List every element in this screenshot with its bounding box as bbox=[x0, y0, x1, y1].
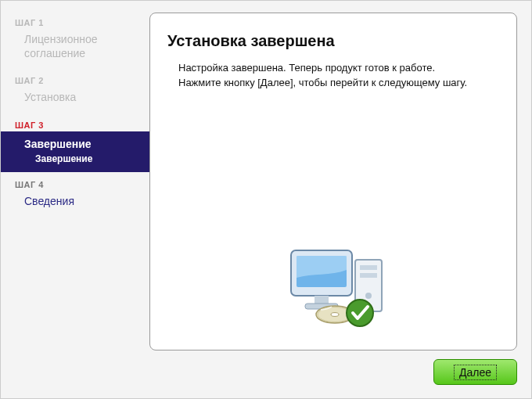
step-3-label: ШАГ 3 bbox=[1, 117, 149, 131]
svg-point-11 bbox=[347, 300, 373, 326]
step-1-label: ШАГ 1 bbox=[1, 15, 149, 29]
step-1-title: Лицензионное соглашение bbox=[1, 29, 149, 68]
panel-body: Настройка завершена. Теперь продукт гото… bbox=[150, 61, 516, 91]
computer-install-complete-icon bbox=[283, 236, 393, 330]
step-4-title: Сведения bbox=[1, 191, 149, 216]
body-line-2: Нажмите кнопку [Далее], чтобы перейти к … bbox=[178, 77, 467, 88]
step-3-active-box: Завершение Завершение bbox=[1, 131, 153, 172]
page-title: Установка завершена bbox=[150, 13, 516, 61]
step-1: ШАГ 1 Лицензионное соглашение bbox=[1, 15, 149, 68]
step-3-title: Завершение bbox=[24, 138, 153, 150]
svg-point-10 bbox=[331, 313, 339, 317]
next-button-label: Далее bbox=[454, 365, 497, 380]
step-2-title: Установка bbox=[1, 87, 149, 112]
step-3-subtitle: Завершение bbox=[24, 153, 153, 164]
svg-rect-1 bbox=[360, 265, 377, 270]
next-button[interactable]: Далее bbox=[433, 359, 517, 385]
svg-rect-2 bbox=[360, 273, 377, 278]
wizard-sidebar: ШАГ 1 Лицензионное соглашение ШАГ 2 Уста… bbox=[1, 1, 149, 353]
step-4-label: ШАГ 4 bbox=[1, 177, 149, 191]
step-2: ШАГ 2 Установка bbox=[1, 73, 149, 112]
body-line-1: Настройка завершена. Теперь продукт гото… bbox=[178, 62, 435, 74]
main-panel: Установка завершена Настройка завершена.… bbox=[149, 13, 517, 350]
svg-rect-6 bbox=[315, 296, 329, 304]
step-3-active: ШАГ 3 Завершение Завершение bbox=[1, 117, 149, 172]
svg-point-3 bbox=[365, 293, 372, 299]
step-2-label: ШАГ 2 bbox=[1, 73, 149, 87]
step-4: ШАГ 4 Сведения bbox=[1, 177, 149, 216]
